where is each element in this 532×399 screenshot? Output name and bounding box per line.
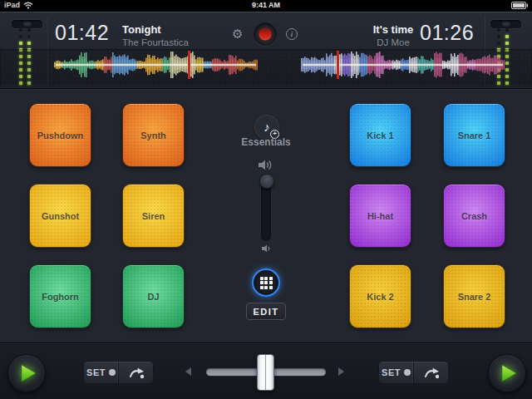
sample-pad-kick-1[interactable]: Kick 1 — [349, 103, 411, 167]
crossfader-left-arrow[interactable] — [185, 367, 191, 376]
pad-label: Crash — [461, 211, 487, 221]
set-label: SET — [86, 367, 106, 377]
left-cue-group: SET — [83, 361, 154, 384]
deck-header: 01:42 Tonight The Fourtastica ⚙ i It's t… — [0, 12, 532, 89]
pad-label: Siren — [142, 211, 165, 221]
volume-loud-icon — [259, 160, 273, 170]
pad-mode-button[interactable] — [252, 268, 280, 297]
edit-button[interactable]: EDIT — [246, 303, 286, 320]
play-icon — [20, 364, 37, 382]
pad-label: Hi-hat — [367, 211, 393, 221]
crossfader-right-arrow[interactable] — [338, 367, 344, 376]
right-play-button[interactable] — [488, 354, 526, 392]
right-pad-grid: Kick 1Snare 1Hi-hatCrashKick 2Snare 2 — [349, 103, 505, 328]
sample-pad-snare-1[interactable]: Snare 1 — [443, 103, 505, 167]
sample-pad-foghorn[interactable]: Foghorn — [29, 264, 91, 328]
left-track-info: Tonight The Fourtastica — [122, 24, 189, 47]
sample-pad-pushdown[interactable]: Pushdown — [29, 103, 91, 167]
pad-label: Gunshot — [42, 211, 79, 221]
sampler-volume-knob[interactable] — [259, 174, 274, 189]
right-set-cue-button[interactable]: SET — [379, 362, 413, 383]
sample-pad-siren[interactable]: Siren — [122, 184, 185, 248]
pad-label: Snare 2 — [458, 292, 491, 302]
right-cue-group: SET — [378, 361, 449, 384]
record-icon — [259, 28, 272, 41]
sample-pad-snare-2[interactable]: Snare 2 — [443, 264, 505, 328]
sampler-area: PushdownSynthGunshotSirenFoghornDJ Kick … — [0, 89, 532, 342]
status-bar: iPad 9:41 AM — [0, 0, 532, 12]
left-set-cue-button[interactable]: SET — [84, 362, 118, 383]
pad-label: Kick 1 — [367, 131, 393, 140]
transport-bar: SET SET — [0, 342, 532, 399]
set-label: SET — [382, 367, 401, 377]
pad-label: Pushdown — [37, 131, 84, 140]
sample-pad-synth[interactable]: Synth — [122, 103, 185, 167]
right-waveform[interactable] — [301, 51, 505, 79]
pad-label: Snare 1 — [458, 131, 491, 140]
sample-pad-crash[interactable]: Crash — [443, 184, 505, 248]
left-deck-time: 01:42 — [55, 22, 109, 43]
dj-app-screen: iPad 9:41 AM 01:42 Tonight The Fourtasti… — [0, 0, 532, 399]
cue-dot-icon — [404, 369, 411, 376]
pad-label: DJ — [147, 292, 159, 302]
sample-pad-kick-2[interactable]: Kick 2 — [349, 264, 411, 328]
jump-arrow-icon — [422, 365, 441, 380]
left-track-title: Tonight — [122, 24, 189, 36]
sample-pad-gunshot[interactable]: Gunshot — [29, 184, 91, 248]
info-button[interactable]: i — [286, 28, 298, 40]
play-icon — [500, 364, 517, 382]
left-play-button[interactable] — [7, 354, 46, 392]
grid-icon — [260, 277, 273, 289]
cue-dot-icon — [109, 369, 116, 376]
left-jump-cue-button[interactable] — [118, 362, 153, 383]
jump-arrow-icon — [127, 365, 145, 380]
crossfader-handle[interactable] — [257, 354, 274, 391]
pad-label: Foghorn — [42, 292, 79, 302]
volume-quiet-icon — [262, 244, 271, 253]
left-pad-grid: PushdownSynthGunshotSirenFoghornDJ — [29, 103, 185, 328]
settings-gear-icon[interactable]: ⚙ — [232, 27, 243, 40]
pad-label: Synth — [140, 131, 166, 140]
battery-icon — [511, 2, 528, 9]
pad-label: Kick 2 — [367, 292, 393, 302]
sample-pad-hi-hat[interactable]: Hi-hat — [349, 184, 411, 248]
sample-pack-label: Essentials — [224, 136, 308, 148]
record-button[interactable] — [254, 22, 277, 46]
right-jump-cue-button[interactable] — [413, 362, 448, 383]
status-clock: 9:41 AM — [0, 1, 532, 9]
right-deck-time: 01:26 — [420, 22, 474, 43]
sample-pad-dj[interactable]: DJ — [122, 264, 185, 328]
left-waveform[interactable] — [54, 51, 258, 79]
left-track-artist: The Fourtastica — [122, 37, 189, 47]
